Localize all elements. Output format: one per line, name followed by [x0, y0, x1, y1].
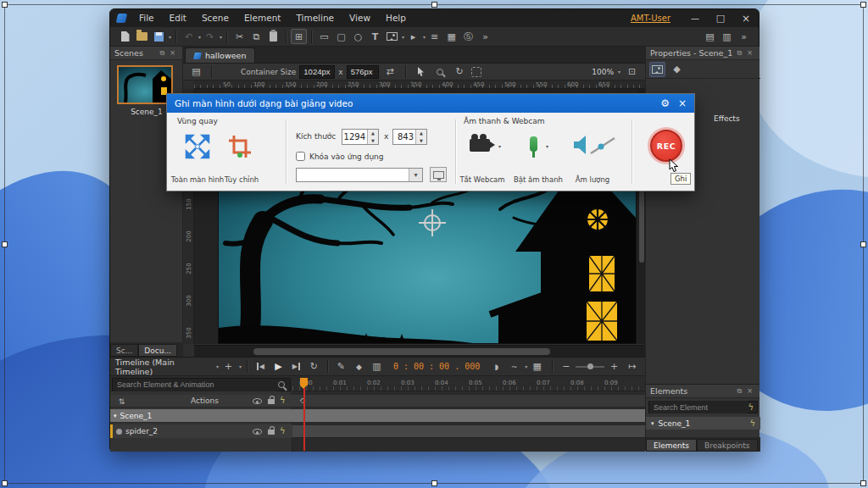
properties-tab-media-icon[interactable] — [649, 62, 665, 77]
insert-media-chevron-icon[interactable]: ▾ — [423, 34, 426, 40]
menu-edit[interactable]: Edit — [162, 9, 194, 27]
timeline-row-scene1[interactable]: ▾ Scene_1 — [110, 409, 645, 423]
row-lock-icon[interactable] — [268, 430, 275, 435]
row-events-icon[interactable]: ϟ — [749, 419, 755, 428]
minimize-button[interactable]: — — [682, 9, 708, 27]
open-button[interactable] — [134, 29, 150, 44]
go-to-end-button[interactable]: ▶ — [288, 359, 304, 374]
container-height-input[interactable] — [347, 65, 379, 79]
zoom-slider[interactable] — [576, 366, 604, 368]
insert-rounded-rectangle-button[interactable]: ▢ — [333, 29, 349, 44]
panel-dock-icon[interactable]: ⧉ — [158, 49, 168, 58]
spin-down-icon[interactable]: ▼ — [368, 137, 378, 145]
elements-row-scene1[interactable]: ▾ Scene_1 ϟ — [646, 417, 760, 430]
easing-button[interactable]: ~ — [506, 359, 522, 374]
crop-tool-button[interactable] — [471, 67, 481, 77]
row-label[interactable]: Scene_1 — [659, 419, 691, 428]
menu-element[interactable]: Element — [236, 9, 288, 27]
auto-keyframe-button[interactable]: ✎ — [333, 359, 349, 374]
lock-to-app-checkbox[interactable] — [296, 152, 305, 161]
apply-size-button[interactable]: ⇄ — [382, 64, 398, 80]
go-to-start-button[interactable]: ◀ — [253, 359, 269, 374]
menu-timeline[interactable]: Timeline — [288, 9, 342, 27]
new-document-button[interactable] — [117, 29, 133, 44]
microphone-button[interactable] — [523, 130, 543, 158]
easing-chevron-icon[interactable]: ▾ — [525, 363, 527, 369]
scene-thumbnail[interactable] — [117, 65, 173, 104]
undo-chevron-icon[interactable]: ▾ — [198, 34, 201, 40]
add-animation-button[interactable]: + — [220, 359, 236, 374]
menu-view[interactable]: View — [342, 9, 378, 27]
canvas-horizontal-scrollbar[interactable] — [194, 345, 645, 357]
timeline-menu-chevron-icon[interactable]: ▾ — [216, 363, 219, 369]
dialog-settings-icon[interactable]: ⚙ — [660, 97, 670, 109]
spin-up-icon[interactable]: ▲ — [416, 130, 426, 137]
rotate-tool-button[interactable]: ↻ — [452, 64, 468, 80]
insert-table-button[interactable]: ▦ — [443, 29, 459, 44]
dialog-close-icon[interactable]: × — [678, 97, 687, 109]
spin-up-icon[interactable]: ▲ — [368, 130, 378, 137]
redo-chevron-icon[interactable]: ▾ — [220, 34, 222, 40]
panel-dock-icon[interactable]: ⧉ — [735, 49, 745, 58]
height-spinner[interactable]: ▲▼ — [392, 129, 427, 145]
layout-left-panel-button[interactable]: ▤ — [702, 29, 718, 44]
loop-playback-button[interactable]: ↻ — [306, 359, 322, 374]
row-label[interactable]: Scene_1 — [120, 412, 153, 420]
playhead-marker[interactable] — [300, 378, 308, 385]
fit-to-window-button[interactable]: ⊡ — [624, 64, 640, 80]
timeline-row-spider2[interactable]: spider_2 ϟ — [110, 424, 645, 438]
track-bar[interactable] — [292, 425, 645, 437]
insert-image-chevron-icon[interactable]: ▾ — [402, 34, 404, 40]
tab-document[interactable]: Docu... — [138, 344, 177, 357]
dialog-title-bar[interactable]: Ghi màn hình dưới dạng bài giảng video ⚙… — [167, 94, 694, 113]
zoom-in-button[interactable]: + — [606, 359, 622, 374]
menu-file[interactable]: File — [131, 9, 162, 27]
maximize-button[interactable]: □ — [708, 9, 733, 27]
timeline-ruler[interactable]: 0:00 0:01 0:02 0:03 0:04 0:05 0:06 0:07 … — [292, 376, 645, 391]
insert-list-button[interactable]: ≡ — [426, 29, 442, 44]
spin-down-icon[interactable]: ▼ — [416, 137, 426, 145]
zoom-level-value[interactable]: 100% — [592, 68, 614, 76]
pick-window-button[interactable] — [430, 167, 447, 182]
volume-control[interactable] — [569, 131, 620, 158]
user-account-link[interactable]: AMT-User — [631, 14, 670, 23]
insert-media-button[interactable]: ▸ — [405, 29, 421, 44]
label-marker-button[interactable]: ◗ — [488, 359, 504, 374]
properties-tab-interaction-icon[interactable]: ◆ — [669, 62, 685, 77]
row-expand-chevron-icon[interactable]: ▾ — [114, 413, 117, 419]
record-dialog[interactable]: Ghi màn hình dưới dạng bài giảng video ⚙… — [166, 93, 695, 191]
visibility-column-icon[interactable] — [253, 398, 262, 404]
cut-button[interactable]: ✂ — [231, 29, 248, 44]
layout-right-panel-button[interactable]: ▥ — [719, 29, 735, 44]
record-button[interactable]: REC — [650, 130, 682, 162]
row-label[interactable]: spider_2 — [125, 427, 158, 435]
sort-tracks-icon[interactable]: ⇅ — [114, 395, 130, 408]
save-menu-chevron-icon[interactable]: ▾ — [169, 34, 171, 40]
insert-symbol-button[interactable]: Ⓢ — [460, 29, 476, 44]
custom-region-button[interactable] — [221, 128, 259, 165]
lock-column-icon[interactable] — [268, 399, 275, 404]
zoom-tool-button[interactable] — [432, 64, 448, 80]
play-button[interactable]: ▶ — [270, 359, 287, 374]
panel-close-icon[interactable]: × — [744, 49, 755, 57]
fullscreen-region-button[interactable] — [179, 128, 216, 165]
elements-search-input[interactable] — [649, 401, 748, 413]
insert-text-button[interactable]: T — [367, 29, 383, 44]
close-button[interactable]: × — [733, 9, 759, 27]
tab-elements[interactable]: Elements — [646, 439, 697, 452]
row-expand-chevron-icon[interactable]: ▾ — [651, 420, 654, 427]
filter-events-icon[interactable]: ϟ — [748, 403, 754, 412]
width-spinner[interactable]: ▲▼ — [342, 129, 379, 145]
insert-rectangle-button[interactable]: ▭ — [316, 29, 332, 44]
tab-scenes[interactable]: Sc... — [110, 344, 138, 357]
title-bar[interactable]: File Edit Scene Element Timeline View He… — [110, 9, 759, 27]
redo-button[interactable]: ↷ — [202, 29, 218, 44]
layout-overflow-button[interactable]: » — [736, 29, 752, 44]
webcam-chevron-icon[interactable]: ▾ — [498, 143, 501, 149]
jump-to-playhead-button[interactable]: ↦ — [624, 359, 640, 374]
undo-button[interactable]: ↶ — [181, 29, 197, 44]
menu-help[interactable]: Help — [378, 9, 414, 27]
width-spinner-input[interactable] — [342, 130, 367, 144]
row-visibility-icon[interactable] — [253, 429, 262, 435]
timeline-search-input[interactable] — [113, 379, 278, 391]
